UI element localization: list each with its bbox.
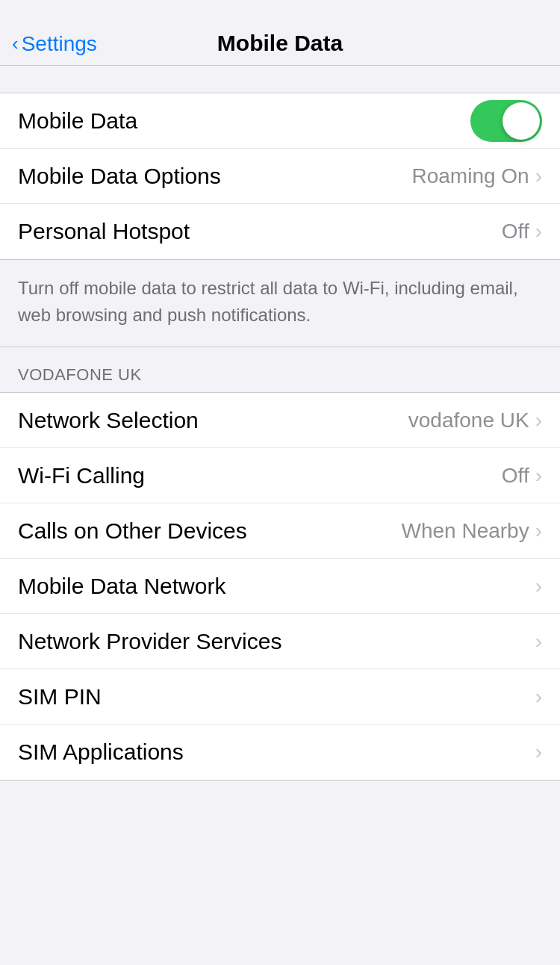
personal-hotspot-chevron-icon: ›: [535, 220, 542, 243]
sim-applications-label: SIM Applications: [18, 739, 184, 765]
network-provider-chevron-icon: ›: [535, 630, 542, 654]
network-selection-value: vodafone UK: [408, 409, 529, 432]
sim-applications-chevron-icon: ›: [535, 740, 542, 764]
back-label: Settings: [22, 32, 97, 56]
mobile-data-row[interactable]: Mobile Data: [0, 93, 560, 149]
calls-other-value: When Nearby: [401, 519, 529, 543]
vodafone-section-header: VODAFONE UK: [0, 347, 560, 392]
personal-hotspot-row[interactable]: Personal Hotspot Off ›: [0, 204, 560, 259]
vodafone-group: Network Selection vodafone UK › Wi-Fi Ca…: [0, 392, 560, 781]
sim-pin-right: ›: [535, 685, 542, 709]
network-selection-label: Network Selection: [18, 408, 199, 433]
sim-pin-row[interactable]: SIM PIN ›: [0, 669, 560, 724]
mobile-data-label: Mobile Data: [18, 108, 137, 134]
sim-pin-label: SIM PIN: [18, 684, 102, 710]
section-header-text: VODAFONE UK: [18, 365, 142, 384]
network-selection-row[interactable]: Network Selection vodafone UK ›: [0, 393, 560, 448]
top-spacer: [0, 66, 560, 93]
personal-hotspot-label: Personal Hotspot: [18, 219, 190, 244]
calls-other-chevron-icon: ›: [535, 519, 542, 543]
wifi-calling-label: Wi-Fi Calling: [18, 463, 145, 488]
network-selection-chevron-icon: ›: [535, 409, 542, 432]
calls-other-row[interactable]: Calls on Other Devices When Nearby ›: [0, 503, 560, 559]
sim-applications-right: ›: [535, 740, 542, 764]
personal-hotspot-value: Off: [502, 220, 529, 243]
back-chevron-icon: ‹: [12, 32, 19, 55]
network-provider-right: ›: [535, 630, 542, 654]
calls-other-right: When Nearby ›: [401, 519, 542, 543]
wifi-calling-row[interactable]: Wi-Fi Calling Off ›: [0, 448, 560, 503]
info-block: Turn off mobile data to restrict all dat…: [0, 260, 560, 347]
mobile-data-options-right: Roaming On ›: [411, 164, 542, 188]
nav-bar: ‹ Settings Mobile Data: [0, 0, 560, 66]
calls-other-label: Calls on Other Devices: [18, 518, 247, 544]
mobile-data-network-chevron-icon: ›: [535, 574, 542, 598]
sim-applications-row[interactable]: SIM Applications ›: [0, 724, 560, 780]
mobile-data-group: Mobile Data Mobile Data Options Roaming …: [0, 93, 560, 260]
mobile-data-network-row[interactable]: Mobile Data Network ›: [0, 559, 560, 614]
wifi-calling-chevron-icon: ›: [535, 464, 542, 488]
wifi-calling-value: Off: [502, 464, 529, 488]
mobile-data-options-value: Roaming On: [411, 164, 529, 188]
mobile-data-network-right: ›: [535, 574, 542, 598]
network-selection-right: vodafone UK ›: [408, 409, 542, 432]
mobile-data-toggle-container: [470, 100, 542, 142]
network-provider-row[interactable]: Network Provider Services ›: [0, 614, 560, 669]
mobile-data-network-label: Mobile Data Network: [18, 574, 225, 599]
wifi-calling-right: Off ›: [502, 464, 542, 488]
sim-pin-chevron-icon: ›: [535, 685, 542, 709]
mobile-data-options-label: Mobile Data Options: [18, 164, 221, 189]
info-text: Turn off mobile data to restrict all dat…: [18, 278, 518, 325]
network-provider-label: Network Provider Services: [18, 629, 281, 654]
personal-hotspot-right: Off ›: [502, 220, 542, 243]
mobile-data-options-row[interactable]: Mobile Data Options Roaming On ›: [0, 149, 560, 204]
mobile-data-toggle[interactable]: [470, 100, 542, 142]
toggle-knob: [503, 102, 540, 140]
mobile-data-options-chevron-icon: ›: [535, 164, 542, 188]
page-title: Mobile Data: [217, 31, 343, 56]
